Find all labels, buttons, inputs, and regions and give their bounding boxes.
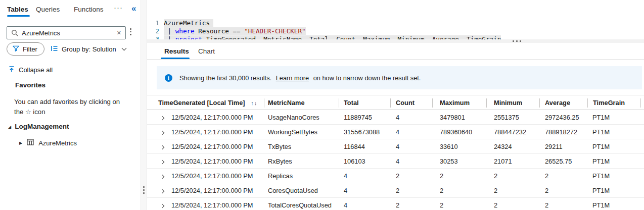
tab-functions[interactable]: Functions bbox=[74, 6, 104, 13]
cell-timegenerated: 12/5/2024, 12:17:00.000 PM bbox=[171, 128, 264, 136]
sort-icon[interactable]: ↑↓ bbox=[251, 100, 257, 106]
tab-queries[interactable]: Queries bbox=[36, 6, 60, 13]
star-icon: ☆ bbox=[25, 108, 31, 116]
chevron-right-icon bbox=[160, 145, 164, 149]
row-expander[interactable] bbox=[147, 114, 171, 121]
cell-total: 4 bbox=[339, 201, 390, 209]
results-info-banner: i Showing the first 30,000 results. Lear… bbox=[157, 66, 642, 89]
cell-average: 788918272 bbox=[539, 128, 587, 136]
splitter-grip-icon bbox=[513, 40, 521, 42]
tree-collapsed-icon: ▶ bbox=[19, 141, 22, 145]
cell-maximum: 30253 bbox=[432, 158, 486, 165]
chevron-right-icon bbox=[160, 203, 164, 207]
column-divider bbox=[486, 98, 487, 108]
row-expander[interactable] bbox=[147, 128, 171, 136]
tab-tables[interactable]: Tables bbox=[7, 6, 28, 13]
tables-sidebar: Tables Queries Functions ··· « ✕ Filter … bbox=[0, 0, 141, 210]
column-header-timegenerated[interactable]: TimeGenerated [Local Time] ↑↓ bbox=[147, 99, 264, 107]
cell-minimum: 788447232 bbox=[486, 128, 539, 136]
column-divider bbox=[432, 98, 433, 108]
column-header-maximum[interactable]: Maximum bbox=[432, 99, 486, 107]
cell-maximum: 2 bbox=[432, 201, 486, 209]
column-header-timegrain[interactable]: TimeGrain bbox=[587, 99, 640, 107]
cell-minimum: 24324 bbox=[486, 143, 539, 150]
code-line[interactable]: 2 | where Resource == "HEADER-CHECKER" bbox=[147, 27, 644, 35]
sidebar-tab-bar: Tables Queries Functions ··· « bbox=[0, 0, 141, 18]
cell-count: 2 bbox=[390, 172, 432, 180]
column-header-total[interactable]: Total bbox=[339, 99, 390, 107]
column-divider bbox=[339, 98, 339, 108]
cell-minimum: 2 bbox=[486, 172, 539, 180]
filter-button-label: Filter bbox=[23, 45, 37, 53]
line-number: 1 bbox=[147, 19, 159, 27]
cell-count: 4 bbox=[390, 128, 432, 136]
table-row[interactable]: 12/5/2024, 12:17:00.000 PMReplicas42222P… bbox=[147, 169, 644, 183]
column-divider bbox=[264, 98, 264, 108]
table-row[interactable]: 12/5/2024, 12:17:00.000 PMCoresQuotaUsed… bbox=[147, 183, 644, 198]
cell-metricname: TotalCoresQuotaUsed bbox=[264, 201, 339, 209]
collapse-sidebar-icon[interactable]: « bbox=[131, 4, 136, 14]
cell-count: 2 bbox=[390, 201, 432, 209]
tree-group-logmanagement[interactable]: ◢ LogManagement bbox=[8, 123, 69, 130]
search-input[interactable] bbox=[22, 29, 117, 37]
tree-group-label: LogManagement bbox=[15, 123, 69, 130]
row-expander[interactable] bbox=[147, 187, 171, 194]
row-expander[interactable] bbox=[147, 172, 171, 180]
table-row[interactable]: 12/5/2024, 12:17:00.000 PMWorkingSetByte… bbox=[147, 125, 644, 139]
cell-metricname: RxBytes bbox=[264, 158, 339, 165]
row-expander[interactable] bbox=[147, 201, 171, 209]
column-header-average[interactable]: Average bbox=[539, 99, 587, 107]
search-options-kebab-icon[interactable] bbox=[130, 28, 131, 35]
column-divider bbox=[587, 98, 588, 108]
chevron-right-icon bbox=[160, 189, 164, 193]
column-header-count[interactable]: Count bbox=[390, 99, 432, 107]
table-grid-icon bbox=[27, 138, 34, 147]
code-line[interactable]: 1AzureMetrics bbox=[147, 19, 644, 27]
more-tabs-icon[interactable]: ··· bbox=[114, 3, 123, 12]
favorites-heading: Favorites bbox=[15, 81, 45, 89]
cell-average: 2 bbox=[539, 172, 587, 180]
row-expander[interactable] bbox=[147, 143, 171, 150]
tree-item-azuremetrics[interactable]: ▶ AzureMetrics bbox=[19, 138, 77, 147]
chevron-down-icon bbox=[121, 45, 126, 50]
cell-timegrain: PT1M bbox=[587, 128, 640, 136]
cell-total: 4 bbox=[339, 187, 390, 194]
query-results-pane: 1AzureMetrics2 | where Resource == "HEAD… bbox=[147, 0, 644, 210]
favorites-hint-line1: You can add favorites by clicking on bbox=[14, 98, 120, 106]
table-row[interactable]: 12/5/2024, 12:17:00.000 PMUsageNanoCores… bbox=[147, 110, 644, 125]
table-row[interactable]: 12/5/2024, 12:17:00.000 PMTotalCoresQuot… bbox=[147, 198, 644, 210]
column-divider bbox=[539, 98, 540, 108]
filter-button[interactable]: Filter bbox=[7, 42, 44, 56]
cell-timegenerated: 12/5/2024, 12:17:00.000 PM bbox=[171, 114, 264, 121]
filter-funnel-icon bbox=[12, 45, 20, 54]
cell-metricname: WorkingSetBytes bbox=[264, 128, 339, 136]
code-token: Resource == bbox=[195, 27, 245, 35]
table-row[interactable]: 12/5/2024, 12:17:00.000 PMRxBytes1061034… bbox=[147, 154, 644, 169]
cell-total: 106103 bbox=[339, 158, 390, 165]
collapse-all-button[interactable]: Collapse all bbox=[8, 66, 53, 74]
results-rows: 12/5/2024, 12:17:00.000 PMUsageNanoCores… bbox=[147, 110, 644, 210]
table-search-box[interactable]: ✕ bbox=[7, 26, 126, 39]
cell-timegenerated: 12/5/2024, 12:17:00.000 PM bbox=[171, 172, 264, 180]
cell-count: 4 bbox=[390, 114, 432, 121]
tree-expanded-icon: ◢ bbox=[8, 125, 11, 129]
table-row[interactable]: 12/5/2024, 12:17:00.000 PMTxBytes1168444… bbox=[147, 139, 644, 154]
tab-results[interactable]: Results bbox=[164, 47, 189, 55]
cell-timegrain: PT1M bbox=[587, 201, 640, 209]
horizontal-splitter[interactable] bbox=[147, 39, 644, 43]
results-tab-bar: Results Chart bbox=[147, 43, 644, 60]
clear-search-icon[interactable]: ✕ bbox=[117, 30, 121, 36]
column-header-minimum[interactable]: Minimum bbox=[486, 99, 539, 107]
column-divider bbox=[390, 98, 391, 108]
tab-chart[interactable]: Chart bbox=[198, 47, 215, 55]
tree-item-label: AzureMetrics bbox=[38, 139, 77, 147]
kql-query-editor[interactable]: 1AzureMetrics2 | where Resource == "HEAD… bbox=[147, 0, 644, 39]
vertical-splitter[interactable] bbox=[141, 0, 147, 210]
active-tab-underline bbox=[7, 15, 30, 17]
column-header-metricname[interactable]: MetricName bbox=[264, 99, 339, 107]
row-expander[interactable] bbox=[147, 158, 171, 165]
learn-more-link[interactable]: Learn more bbox=[276, 74, 309, 82]
favorites-hint: You can add favorites by clicking on the… bbox=[14, 97, 132, 117]
group-by-dropdown[interactable]: Group by: Solution bbox=[51, 42, 126, 56]
cell-maximum: 3479801 bbox=[432, 114, 486, 121]
